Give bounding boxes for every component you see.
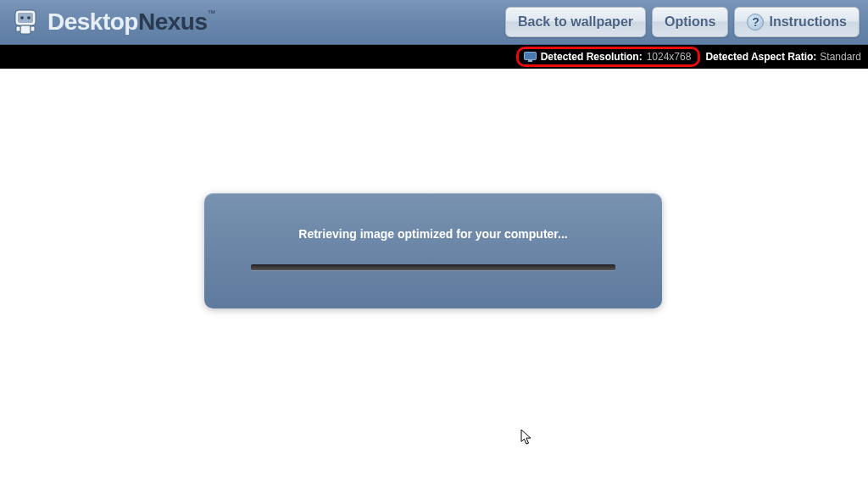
resolution-label: Detected Resolution:: [541, 51, 643, 63]
loading-panel: Retrieving image optimized for your comp…: [204, 193, 662, 308]
back-to-wallpaper-button[interactable]: Back to wallpaper: [505, 7, 646, 37]
aspect-ratio-group: Detected Aspect Ratio: Standard: [705, 51, 861, 63]
svg-rect-4: [20, 25, 31, 34]
svg-rect-1: [18, 13, 33, 23]
svg-point-3: [27, 16, 31, 19]
header-buttons: Back to wallpaper Options ? Instructions: [505, 7, 860, 37]
svg-rect-7: [524, 53, 536, 60]
logo-text: DesktopNexus™: [47, 8, 215, 36]
resolution-value: 1024x768: [647, 51, 692, 63]
svg-rect-6: [31, 26, 35, 31]
logo-tm: ™: [208, 8, 216, 18]
svg-rect-5: [16, 26, 20, 31]
loading-message: Retrieving image optimized for your comp…: [298, 227, 567, 241]
options-button-label: Options: [665, 14, 715, 30]
svg-rect-8: [528, 60, 532, 62]
content-area: Retrieving image optimized for your comp…: [0, 69, 868, 500]
aspect-value: Standard: [820, 51, 861, 63]
back-button-label: Back to wallpaper: [518, 14, 633, 30]
header-bar: DesktopNexus™ Back to wallpaper Options …: [0, 0, 868, 45]
logo-area[interactable]: DesktopNexus™: [10, 7, 215, 37]
svg-point-2: [20, 16, 24, 19]
instructions-button[interactable]: ? Instructions: [734, 7, 860, 37]
logo-word-1: Desktop: [47, 8, 138, 35]
status-bar: Detected Resolution: 1024x768 Detected A…: [0, 45, 868, 69]
logo-word-2: Nexus: [138, 8, 208, 35]
mouse-cursor-icon: [520, 429, 534, 447]
highlighted-resolution-box: Detected Resolution: 1024x768: [516, 47, 701, 67]
instructions-button-label: Instructions: [769, 14, 847, 30]
monitor-icon: [524, 52, 537, 62]
aspect-label: Detected Aspect Ratio:: [705, 51, 816, 63]
progress-bar: [251, 264, 615, 270]
bot-logo-icon: [10, 7, 41, 37]
options-button[interactable]: Options: [652, 7, 728, 37]
help-icon: ?: [747, 14, 764, 31]
